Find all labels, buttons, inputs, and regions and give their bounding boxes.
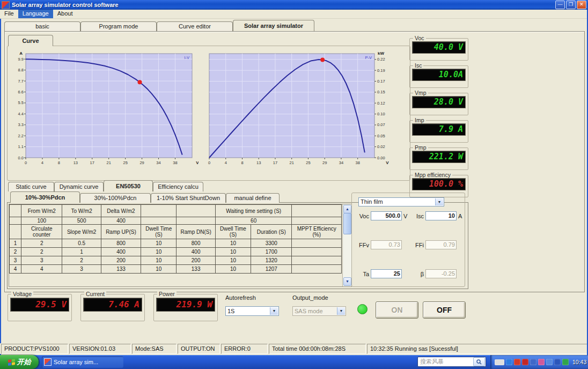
scroll-up-icon[interactable]: ▲ bbox=[343, 205, 351, 213]
update-icon[interactable] bbox=[530, 359, 536, 365]
taskbar-task-button[interactable]: Solar array sim... bbox=[42, 356, 123, 368]
cell[interactable] bbox=[292, 265, 342, 274]
cell[interactable]: 3 bbox=[10, 256, 21, 265]
table-scrollbar[interactable]: ▲ ▼ bbox=[342, 204, 351, 286]
search-icon[interactable] bbox=[473, 357, 485, 366]
tab-manual-define[interactable]: manual define bbox=[226, 193, 280, 203]
green-shield-icon[interactable] bbox=[562, 359, 569, 365]
start-button[interactable]: 开始 bbox=[0, 355, 39, 369]
cell[interactable]: 3300 bbox=[251, 239, 292, 248]
cell[interactable]: 133 bbox=[177, 265, 215, 274]
scroll-down-icon[interactable]: ▼ bbox=[343, 277, 351, 286]
svg-text:0.17: 0.17 bbox=[377, 79, 385, 84]
cell[interactable]: 800 bbox=[177, 239, 215, 248]
minimize-button[interactable]: — bbox=[555, 1, 565, 9]
close-button[interactable]: ✕ bbox=[577, 1, 586, 9]
cell[interactable]: 200 bbox=[177, 256, 215, 265]
input-method-icon[interactable] bbox=[514, 359, 520, 365]
cell[interactable]: 10 bbox=[215, 248, 251, 256]
chevron-down-icon[interactable]: ▼ bbox=[270, 307, 278, 315]
cell[interactable]: 10 bbox=[215, 256, 251, 265]
tab-solar-array-simulator[interactable]: Solar array simulator bbox=[233, 20, 314, 31]
tab-curve[interactable]: Curve bbox=[8, 35, 53, 46]
cell[interactable]: 3 bbox=[21, 256, 62, 265]
cell[interactable]: 10 bbox=[141, 265, 177, 274]
on-button[interactable]: ON bbox=[376, 301, 418, 319]
cell[interactable]: 0.5 bbox=[62, 239, 101, 248]
header-cell bbox=[177, 217, 215, 225]
tab-10-30-pdcn[interactable]: 10%-30%Pdcn bbox=[10, 191, 80, 203]
cell[interactable]: 1700 bbox=[251, 248, 292, 256]
menu-language[interactable]: Language bbox=[18, 10, 53, 18]
table-header-row: From W/m2To W/m2Delta W/m2Waiting time s… bbox=[10, 205, 342, 217]
cell[interactable]: 400 bbox=[177, 248, 215, 256]
cell[interactable]: 400 bbox=[101, 248, 141, 256]
cell[interactable]: 1320 bbox=[251, 256, 292, 265]
menu-about[interactable]: About bbox=[53, 10, 77, 18]
cell[interactable]: 2 bbox=[21, 239, 62, 248]
start-label: 开始 bbox=[17, 357, 31, 367]
table-row[interactable]: 120.580010800103300 bbox=[10, 239, 342, 248]
table-row[interactable]: 33220010200101320 bbox=[10, 256, 342, 265]
cell[interactable]: 4 bbox=[10, 265, 21, 274]
header-cell: MPPT Efficiency (%) bbox=[292, 225, 342, 239]
cell[interactable]: 133 bbox=[101, 265, 141, 274]
messenger-icon[interactable] bbox=[506, 359, 512, 365]
table-row[interactable]: 22140010400101700 bbox=[10, 248, 342, 256]
param-input-isc[interactable]: 10 bbox=[425, 211, 457, 220]
svg-text:25: 25 bbox=[306, 160, 310, 165]
param-input-ta[interactable]: 25 bbox=[371, 269, 402, 278]
cell[interactable]: 1 bbox=[62, 248, 101, 256]
tab-program-mode[interactable]: Program mode bbox=[80, 21, 157, 31]
cell[interactable] bbox=[292, 256, 342, 265]
scrollbar-thumb[interactable] bbox=[343, 213, 351, 234]
cell[interactable]: 10 bbox=[215, 239, 251, 248]
tab-curve-editor[interactable]: Curve editor bbox=[157, 21, 233, 31]
off-button[interactable]: OFF bbox=[423, 301, 466, 319]
chevron-down-icon[interactable]: ▼ bbox=[435, 198, 443, 205]
cell[interactable]: 3 bbox=[62, 265, 101, 274]
cell[interactable]: 2 bbox=[10, 248, 21, 256]
svg-text:4: 4 bbox=[225, 160, 227, 165]
cell[interactable]: 4 bbox=[21, 265, 62, 274]
param-input-voc[interactable]: 500.0 bbox=[371, 211, 402, 220]
autorefresh-select[interactable]: 1S ▼ bbox=[225, 306, 279, 316]
svg-text:V: V bbox=[196, 160, 199, 165]
cell[interactable] bbox=[292, 239, 342, 248]
param-label: Voc bbox=[355, 213, 369, 219]
table-row[interactable]: 44313310133101207 bbox=[10, 265, 342, 274]
readout-value: 100.0 % bbox=[412, 178, 466, 190]
svg-text:I-V: I-V bbox=[184, 55, 189, 60]
tab-efficiency-calcu[interactable]: Efficiency calcu bbox=[153, 182, 203, 191]
svg-text:8: 8 bbox=[58, 160, 60, 165]
cell[interactable]: 10 bbox=[141, 256, 177, 265]
cell[interactable] bbox=[292, 248, 342, 256]
security-shield-icon[interactable] bbox=[554, 359, 561, 365]
chat-icon[interactable] bbox=[538, 359, 545, 365]
tray-icons bbox=[495, 359, 569, 365]
cell[interactable]: 10 bbox=[215, 265, 251, 274]
cell[interactable]: 2 bbox=[21, 248, 62, 256]
svg-text:0.15: 0.15 bbox=[377, 90, 385, 94]
cell[interactable]: 1207 bbox=[251, 265, 292, 274]
tab-static-curve[interactable]: Static curve bbox=[8, 182, 54, 191]
tab-1-10-start-shuntdown[interactable]: 1-10% Start ShuntDown bbox=[151, 193, 226, 203]
cell[interactable]: 200 bbox=[101, 256, 141, 265]
cell[interactable]: 1 bbox=[10, 239, 21, 248]
cell[interactable]: 800 bbox=[101, 239, 141, 248]
tab-en50530[interactable]: EN50530 bbox=[104, 180, 153, 191]
menu-file[interactable]: File bbox=[0, 10, 18, 18]
network-icon[interactable] bbox=[546, 359, 553, 365]
cell[interactable]: 10 bbox=[141, 248, 177, 256]
output-mode-select[interactable]: SAS mode ▼ bbox=[292, 306, 346, 316]
cell[interactable]: 2 bbox=[62, 256, 101, 265]
tab-dynamic-curve[interactable]: Dynamic curve bbox=[54, 182, 104, 191]
cell[interactable]: 10 bbox=[141, 239, 177, 248]
antivirus-icon[interactable] bbox=[522, 359, 528, 365]
keyboard-layout-icon[interactable] bbox=[495, 359, 504, 365]
tab-basic[interactable]: basic bbox=[4, 21, 80, 31]
pv-model-select[interactable]: Thin film ▼ bbox=[358, 197, 444, 206]
taskbar-search-box[interactable]: 搜索风暴 bbox=[417, 357, 486, 367]
tab-30-100-pdcn[interactable]: 30%-100%Pdcn bbox=[80, 193, 151, 203]
maximize-button[interactable]: ❐ bbox=[566, 1, 576, 9]
